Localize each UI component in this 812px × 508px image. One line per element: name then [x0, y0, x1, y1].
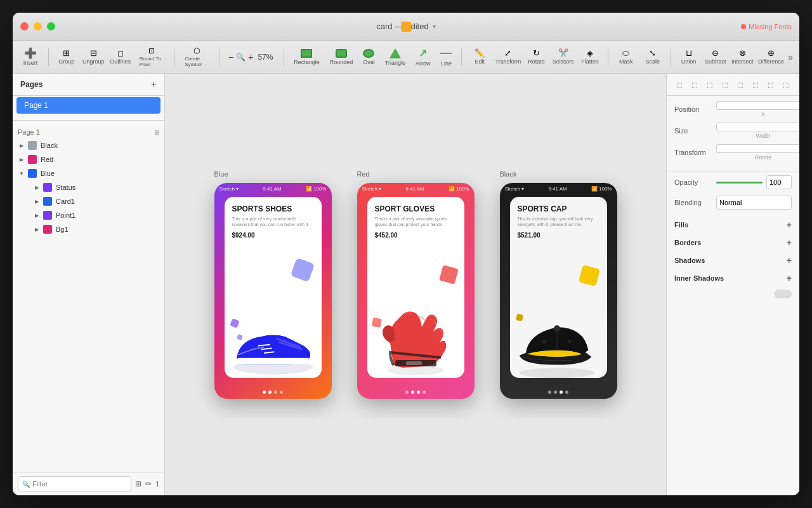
zoom-control[interactable]: − 🔍 + 57%	[226, 52, 277, 62]
opacity-input[interactable]	[766, 175, 792, 189]
inner-shadows-heading[interactable]: Inner Shadows +	[667, 268, 799, 286]
blending-select[interactable]: Normal	[716, 196, 792, 210]
edit-button[interactable]: ✏️ Edit	[468, 44, 491, 70]
rotate-button[interactable]: ↻ Rotate	[525, 44, 548, 70]
size-width-label: Width	[716, 133, 799, 139]
add-shadow-button[interactable]: +	[787, 255, 792, 265]
scale-icon: ⤡	[649, 49, 656, 57]
expand-black-icon[interactable]: ▶	[18, 142, 25, 149]
main-content: Pages + Page 1 Page 1 ⊞ ▶ Black ▶ Red	[13, 74, 799, 495]
group-button[interactable]: ⊞ Group	[55, 44, 78, 70]
black-card-price: $521.00	[518, 232, 599, 239]
phone-battery-black: 📶 100%	[591, 186, 612, 192]
artboard-black[interactable]: Sketch ▾ 9:41 AM 📶 100% SPORTS CAP This …	[500, 183, 617, 399]
transform-button[interactable]: ⤢ Transform	[495, 44, 521, 70]
gaussian-blur-toggle[interactable]	[774, 290, 792, 298]
align-bottom-button[interactable]: ⬚	[748, 77, 762, 91]
page-1-item[interactable]: Page 1	[16, 97, 160, 114]
arrow-tool[interactable]: ↗ Arrow	[412, 44, 434, 69]
layer-black[interactable]: ▶ Black	[13, 138, 164, 152]
expand-red-icon[interactable]: ▶	[18, 156, 25, 163]
scale-label: Scale	[646, 58, 660, 65]
maximize-button[interactable]	[47, 22, 55, 30]
artboard-blue[interactable]: Sketch ▾ 9:41 AM 📶 100% SPORTS SHOES Thi…	[214, 183, 332, 399]
add-border-button[interactable]: +	[787, 237, 792, 248]
phone-status-black: Sketch ▾ 9:41 AM 📶 100%	[500, 183, 617, 194]
layer-tools-icon[interactable]: ⊞	[135, 479, 141, 488]
zoom-plus-icon[interactable]: +	[248, 52, 253, 62]
layer-blue-label: Blue	[41, 170, 55, 177]
fills-heading[interactable]: Fills +	[667, 215, 799, 232]
align-top-button[interactable]: ⬚	[717, 77, 731, 91]
insert-button[interactable]: ➕ Insert	[19, 44, 42, 70]
outlines-button[interactable]: ◻ Outlines	[109, 44, 132, 70]
pencil-icon[interactable]: ✏	[145, 479, 152, 488]
layer-status[interactable]: ▶ Status	[28, 180, 164, 194]
blending-row: Blending Normal	[667, 193, 799, 215]
mask-label: Mask	[619, 58, 633, 65]
rectangle-tool[interactable]: Rectangle	[291, 46, 323, 68]
expand-blue-icon[interactable]: ▼	[18, 170, 25, 177]
expand-status-icon[interactable]: ▶	[33, 184, 41, 191]
ungroup-button[interactable]: ⊟ Ungroup	[82, 44, 105, 70]
distribute-v-button[interactable]: ⬚	[778, 77, 792, 91]
filter-input[interactable]	[32, 480, 127, 488]
dropdown-icon[interactable]: ▾	[433, 23, 436, 30]
rotate-input[interactable]	[716, 144, 799, 153]
layer-blue[interactable]: ▼ Blue	[13, 166, 164, 180]
align-center-h-button[interactable]: ⬚	[687, 77, 701, 91]
layer-bg1[interactable]: ▶ Bg1	[28, 222, 164, 236]
layer-point1[interactable]: ▶ Point1	[28, 208, 164, 222]
zoom-minus-icon[interactable]: −	[228, 52, 233, 62]
rotate-col: Rotate	[716, 144, 799, 161]
add-page-button[interactable]: +	[151, 79, 157, 90]
shadows-heading[interactable]: Shadows +	[667, 250, 799, 268]
expand-point1-icon[interactable]: ▶	[33, 211, 41, 219]
borders-heading[interactable]: Borders +	[667, 232, 799, 250]
align-right-button[interactable]: ⬚	[702, 77, 716, 91]
artboard-black-container: Black Sketch ▾ 9:41 AM 📶 100% SPORTS CAP	[500, 170, 617, 399]
canvas-inner: Blue Sketch ▾ 9:41 AM 📶 100% SPORTS SHOE…	[165, 74, 666, 495]
mask-button[interactable]: ⬭ Mask	[615, 44, 638, 70]
sidebar: Pages + Page 1 Page 1 ⊞ ▶ Black ▶ Red	[13, 74, 165, 495]
triangle-tool[interactable]: Triangle	[382, 46, 409, 69]
add-inner-shadow-button[interactable]: +	[787, 273, 792, 283]
position-x-label: X	[716, 111, 799, 117]
union-button[interactable]: ⊔ Union	[678, 44, 700, 70]
oval-tool[interactable]: Oval	[360, 46, 378, 68]
more-tools-icon[interactable]: »	[788, 52, 793, 62]
subtract-button[interactable]: ⊖ Subtract	[704, 44, 727, 70]
distribute-h-button[interactable]: ⬚	[763, 77, 777, 91]
intersect-button[interactable]: ⊗ Intersect	[731, 44, 754, 70]
close-button[interactable]	[20, 22, 29, 30]
round-to-pixel-button[interactable]: ⊡ Round To Pixel	[136, 44, 168, 70]
flatten-button[interactable]: ◈ Flatten	[579, 44, 601, 70]
align-left-button[interactable]: ⬚	[672, 77, 686, 91]
layer-options-icon[interactable]: ⊞	[154, 129, 159, 136]
layer-point1-label: Point1	[56, 211, 75, 219]
artboard-red[interactable]: Sketch ▾ 9:41 AM 📶 100% SPORT GLOVES Thi…	[357, 183, 475, 399]
missing-fonts-warning[interactable]: Missing Fonts	[741, 23, 792, 30]
align-center-v-button[interactable]: ⬚	[733, 77, 747, 91]
expand-bg1-icon[interactable]: ▶	[33, 225, 41, 233]
size-width-input[interactable]	[716, 123, 799, 131]
position-x-input[interactable]	[716, 101, 799, 110]
layer-card1-label: Card1	[56, 197, 75, 205]
red-card-title: SPORT GLOVES	[375, 204, 457, 213]
minimize-button[interactable]	[34, 22, 42, 30]
line-tool[interactable]: Line	[437, 45, 455, 69]
layer-red[interactable]: ▶ Red	[13, 152, 164, 166]
red-card-desc: This is a pair of very wearable sports g…	[375, 216, 457, 227]
canvas[interactable]: Blue Sketch ▾ 9:41 AM 📶 100% SPORTS SHOE…	[165, 74, 666, 495]
layer-card1[interactable]: ▶ Card1	[28, 194, 164, 208]
scissors-button[interactable]: ✂️ Scissors	[552, 44, 575, 70]
difference-button[interactable]: ⊕ Difference	[758, 44, 785, 70]
outlines-label: Outlines	[110, 58, 131, 65]
red-card-content: SPORT GLOVES This is a pair of very wear…	[367, 197, 464, 251]
rounded-tool[interactable]: Rounded	[327, 46, 357, 68]
opacity-slider[interactable]	[716, 182, 763, 184]
add-fill-button[interactable]: +	[787, 220, 792, 230]
create-symbol-button[interactable]: ⬡ Create Symbol	[181, 44, 213, 70]
expand-card1-icon[interactable]: ▶	[33, 197, 41, 205]
scale-button[interactable]: ⤡ Scale	[641, 44, 664, 70]
